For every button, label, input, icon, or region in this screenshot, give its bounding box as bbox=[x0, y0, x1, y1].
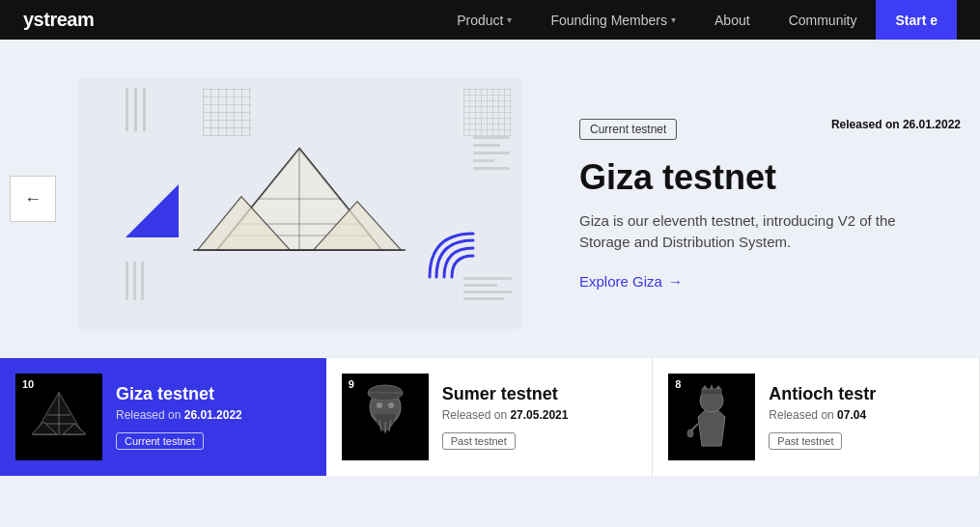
svg-point-32 bbox=[687, 430, 693, 437]
released-label: Released on bbox=[831, 118, 900, 131]
card-title-antioch: Antioch testr bbox=[769, 384, 876, 404]
testnet-card-sumer[interactable]: 9 Sumer testnet Released on 27. bbox=[326, 358, 654, 476]
card-info-sumer: Sumer testnet Released on 27.05.2021 Pas… bbox=[442, 384, 569, 450]
deco-grid-pattern-2 bbox=[203, 88, 251, 136]
card-title-sumer: Sumer testnet bbox=[442, 384, 569, 404]
svg-marker-30 bbox=[715, 385, 721, 389]
testnet-card-giza[interactable]: 10 Giza testnet Released on 26.01.2022 C… bbox=[0, 358, 326, 476]
card-badge-giza: Current testnet bbox=[116, 432, 204, 450]
svg-marker-28 bbox=[702, 385, 708, 389]
explore-label: Explore Giza bbox=[579, 273, 662, 290]
card-num-sumer: 9 bbox=[349, 378, 354, 390]
deco-vlines-top bbox=[126, 88, 146, 131]
card-info-giza: Giza testnet Released on 26.01.2022 Curr… bbox=[116, 384, 242, 450]
nav-links: Product ▾ Founding Members ▾ About Commu… bbox=[437, 0, 957, 40]
deco-vlines-bottom bbox=[126, 262, 144, 300]
hero-description: Giza is our eleventh testnet, introducin… bbox=[579, 210, 908, 254]
svg-rect-27 bbox=[702, 389, 721, 395]
card-thumb-giza: 10 bbox=[15, 374, 102, 460]
card-thumb-sumer: 9 bbox=[342, 374, 429, 460]
hero-section: ← bbox=[0, 40, 980, 358]
chevron-down-icon: ▾ bbox=[671, 14, 676, 25]
nav-about[interactable]: About bbox=[695, 0, 770, 40]
hero-released-date: 26.01.2022 bbox=[903, 118, 961, 131]
svg-marker-29 bbox=[710, 384, 714, 389]
deco-blue-triangle bbox=[126, 184, 179, 237]
testnet-badge: Current testnet bbox=[579, 119, 677, 140]
card-thumb-antioch: 8 bbox=[668, 374, 755, 460]
chevron-down-icon: ▾ bbox=[507, 14, 512, 25]
navbar: ystream Product ▾ Founding Members ▾ Abo… bbox=[0, 0, 980, 40]
svg-point-22 bbox=[377, 402, 382, 408]
back-button[interactable]: ← bbox=[10, 176, 56, 222]
logo: ystream bbox=[23, 9, 94, 31]
nav-product[interactable]: Product ▾ bbox=[437, 0, 531, 40]
hero-title: Giza testnet bbox=[579, 158, 961, 197]
nav-community[interactable]: Community bbox=[770, 0, 877, 40]
card-num-antioch: 8 bbox=[675, 378, 681, 390]
hero-released-info: Released on 26.01.2022 bbox=[831, 118, 961, 131]
deco-grid-pattern bbox=[463, 88, 512, 136]
card-title-giza: Giza testnet bbox=[116, 384, 242, 404]
card-info-antioch: Antioch testr Released on 07.04 Past tes… bbox=[769, 384, 876, 450]
card-released-antioch: Released on 07.04 bbox=[769, 408, 876, 422]
hero-text: Current testnet Released on 26.01.2022 G… bbox=[560, 118, 961, 290]
left-arrow-icon: ← bbox=[24, 189, 42, 209]
card-num-giza: 10 bbox=[22, 378, 34, 390]
card-released-sumer: Released on 27.05.2021 bbox=[442, 408, 569, 422]
arc-decoration bbox=[425, 229, 478, 286]
card-badge-sumer: Past testnet bbox=[442, 432, 516, 450]
pyramid-illustration bbox=[193, 139, 406, 268]
testnet-cards-section: 10 Giza testnet Released on 26.01.2022 C… bbox=[0, 358, 980, 476]
nav-founding-members[interactable]: Founding Members ▾ bbox=[531, 0, 695, 40]
explore-link[interactable]: Explore Giza → bbox=[579, 273, 961, 290]
testnet-card-antioch[interactable]: 8 Antioch testr Released on 07.04 bbox=[653, 358, 980, 476]
card-badge-antioch: Past testnet bbox=[769, 432, 842, 450]
arrow-right-icon: → bbox=[668, 273, 683, 290]
svg-point-23 bbox=[388, 402, 394, 408]
start-cta-button[interactable]: Start e bbox=[876, 0, 957, 40]
card-released-giza: Released on 26.01.2022 bbox=[116, 408, 242, 422]
hero-image-card bbox=[77, 78, 521, 329]
deco-hlines-right bbox=[473, 136, 512, 170]
